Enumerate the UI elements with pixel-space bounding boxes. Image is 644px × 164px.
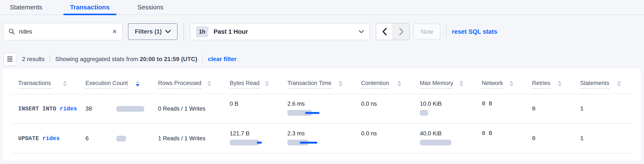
time-range-label: Past 1 Hour	[214, 28, 354, 35]
reset-sql-stats-link[interactable]: reset SQL stats	[452, 28, 497, 35]
execution-count-value: 6	[86, 135, 89, 142]
table-row[interactable]: UPDATE rides 6 1 Reads / 1 Writes 121.7 …	[11, 124, 633, 153]
search-input[interactable]	[19, 28, 108, 35]
transaction-time-stdev-line	[305, 112, 320, 114]
tab-statements[interactable]: Statements	[10, 0, 42, 15]
transaction-time-value: 2.6 ms	[288, 100, 305, 107]
sort-icon[interactable]	[265, 81, 269, 86]
clear-search-icon[interactable]: ✕	[111, 28, 118, 35]
sort-asc-arrow	[460, 81, 463, 83]
transaction-time-stdev-line	[300, 142, 317, 144]
previous-time-button[interactable]	[376, 24, 393, 40]
sort-desc-arrow	[265, 84, 269, 86]
execution-count-cell: 6	[79, 124, 151, 153]
statements-cell: 1	[573, 94, 633, 124]
chevron-down-icon	[165, 30, 171, 33]
tab-sessions[interactable]: Sessions	[138, 0, 164, 15]
results-row: 2 results Showing aggregated stats from …	[3, 52, 641, 66]
column-header-retries[interactable]: Retries	[525, 69, 573, 94]
clear-filter-link[interactable]: clear filter	[208, 56, 236, 62]
results-count: 2 results	[22, 56, 45, 62]
column-header-bytes-read[interactable]: Bytes Read	[223, 69, 280, 94]
column-header-transactions[interactable]: Transactions	[11, 69, 79, 94]
filters-button[interactable]: Filters (1)	[128, 23, 178, 40]
transaction-time-value: 2.3 ms	[288, 130, 305, 137]
sort-icon[interactable]	[207, 81, 211, 86]
sort-icon[interactable]	[558, 81, 562, 86]
column-header-label[interactable]: Bytes Read	[230, 80, 260, 88]
tab-bar: Statements Transactions Sessions	[0, 0, 644, 15]
sort-desc-arrow	[339, 84, 342, 86]
column-header-label[interactable]: Transaction Time	[288, 80, 332, 88]
transaction-link[interactable]: rides	[60, 106, 77, 112]
column-selector-icon	[6, 56, 13, 62]
table-body: INSERT INTO rides 38 0 Reads / 1 Writes …	[11, 94, 633, 154]
column-header-label[interactable]: Contention	[361, 80, 389, 88]
table-row[interactable]: INSERT INTO rides 38 0 Reads / 1 Writes …	[11, 94, 633, 124]
toolbar: ✕ Filters (1) 1h Past 1 Hour Now reset S…	[3, 23, 641, 40]
transaction-link[interactable]: rides	[42, 136, 60, 142]
column-header-label[interactable]: Max Memory	[420, 80, 453, 88]
sort-icon[interactable]	[510, 81, 514, 86]
sort-desc-arrow	[136, 84, 140, 86]
sort-icon[interactable]	[460, 81, 463, 86]
execution-count-value: 38	[86, 106, 92, 112]
transaction-time-cell: 2.6 ms	[280, 94, 354, 124]
rows-processed-cell: 0 Reads / 1 Writes	[151, 94, 223, 124]
search-icon	[8, 28, 15, 35]
sort-asc-arrow	[558, 81, 562, 83]
sort-asc-arrow	[398, 81, 401, 83]
max-memory-value: 40.0 KiB	[420, 130, 442, 137]
transaction-cell: INSERT INTO rides	[11, 94, 79, 124]
column-header-label[interactable]: Execution Count	[86, 80, 128, 88]
bytes-read-bar	[230, 140, 259, 146]
toolbar-divider	[446, 26, 446, 38]
column-header-statements[interactable]: Statements	[573, 69, 633, 94]
bytes-read-cell: 0 B	[223, 94, 280, 124]
table-header-row: TransactionsExecution CountRows Processe…	[11, 69, 633, 94]
sort-icon[interactable]	[398, 81, 401, 86]
network-cell: 0 B	[475, 94, 525, 124]
retries-cell: 0	[525, 124, 573, 153]
chevron-right-icon	[399, 28, 404, 35]
time-range-badge: 1h	[196, 26, 208, 37]
column-header-transaction-time[interactable]: Transaction Time	[280, 69, 354, 94]
sort-icon[interactable]	[136, 81, 140, 86]
execution-count-bar	[116, 106, 144, 112]
column-header-label[interactable]: Statements	[580, 80, 610, 88]
column-header-label[interactable]: Network	[482, 80, 503, 88]
column-header-label[interactable]: Retries	[532, 80, 550, 88]
max-memory-bar	[420, 110, 428, 116]
sort-icon[interactable]	[617, 81, 621, 86]
sql-keyword: UPDATE	[18, 136, 42, 142]
transaction-time-cell: 2.3 ms	[280, 124, 354, 153]
column-header-execution-count[interactable]: Execution Count	[79, 69, 151, 94]
toolbar-divider	[184, 23, 184, 40]
sort-desc-arrow	[510, 84, 514, 86]
column-header-contention[interactable]: Contention	[354, 69, 413, 94]
column-selector-button[interactable]	[3, 52, 16, 66]
rows-processed-cell: 1 Reads / 1 Writes	[151, 124, 223, 153]
sort-asc-arrow	[207, 81, 211, 83]
time-range-selector[interactable]: 1h Past 1 Hour	[190, 23, 370, 40]
max-memory-cell: 10.0 KiB	[413, 94, 475, 124]
next-time-button[interactable]	[393, 24, 409, 40]
column-header-label[interactable]: Transactions	[18, 80, 51, 88]
results-summary: 2 results Showing aggregated stats from …	[22, 56, 236, 63]
column-header-network[interactable]: Network	[475, 69, 525, 94]
network-cell: 0 B	[475, 124, 525, 153]
retries-cell: 0	[525, 94, 573, 124]
max-memory-cell: 40.0 KiB	[413, 124, 475, 153]
aggregation-range-bold: 20:00 to 21:59 (UTC)	[140, 56, 197, 62]
search-box[interactable]: ✕	[3, 23, 123, 40]
sort-icon[interactable]	[63, 81, 67, 86]
column-header-max-memory[interactable]: Max Memory	[413, 69, 475, 94]
tab-transactions[interactable]: Transactions	[70, 0, 110, 15]
column-header-label[interactable]: Rows Processed	[158, 80, 202, 88]
sort-asc-arrow	[63, 81, 67, 83]
now-button[interactable]: Now	[414, 24, 440, 40]
sort-icon[interactable]	[339, 81, 342, 86]
bytes-read-cell: 121.7 B	[223, 124, 280, 153]
sort-asc-arrow	[339, 81, 342, 83]
column-header-rows-processed[interactable]: Rows Processed	[151, 69, 223, 94]
